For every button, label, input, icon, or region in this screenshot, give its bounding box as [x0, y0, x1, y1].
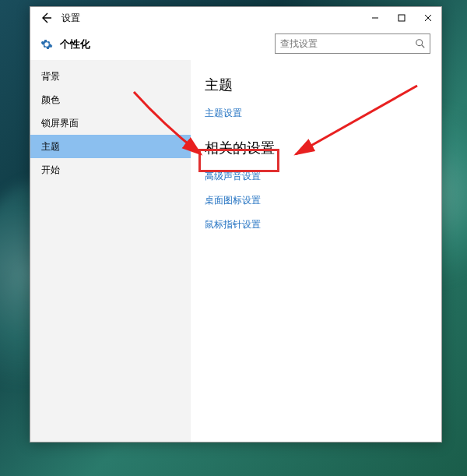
- link-theme-settings[interactable]: 主题设置: [205, 107, 242, 120]
- header: 个性化: [30, 29, 441, 60]
- sidebar-item-label: 背景: [41, 70, 60, 83]
- maximize-icon: [398, 14, 406, 22]
- back-button[interactable]: [37, 9, 55, 27]
- link-mouse-pointer[interactable]: 鼠标指针设置: [205, 218, 261, 231]
- minimize-button[interactable]: [362, 7, 388, 29]
- back-arrow-icon: [40, 12, 52, 24]
- sidebar-item-colors[interactable]: 颜色: [30, 88, 191, 111]
- close-icon: [424, 14, 432, 22]
- section-title-related: 相关的设置: [205, 139, 427, 157]
- titlebar: 设置: [30, 7, 441, 29]
- link-advanced-sound[interactable]: 高级声音设置: [205, 170, 261, 183]
- section-title-themes: 主题: [205, 76, 427, 94]
- maximize-button[interactable]: [388, 7, 415, 29]
- window-controls: [362, 7, 441, 29]
- sidebar-item-label: 主题: [41, 140, 60, 153]
- sidebar-item-label: 颜色: [41, 93, 60, 107]
- link-desktop-icons[interactable]: 桌面图标设置: [205, 194, 261, 207]
- svg-rect-0: [399, 15, 405, 21]
- page-heading: 个性化: [60, 37, 90, 51]
- gear-icon: [40, 37, 54, 51]
- minimize-icon: [371, 14, 379, 22]
- body: 背景 颜色 锁屏界面 主题 开始 主题 主题设置 相关的设置 高级声音设置 桌面…: [30, 60, 441, 442]
- sidebar-item-background[interactable]: 背景: [30, 65, 191, 88]
- sidebar-item-label: 开始: [41, 164, 60, 177]
- sidebar-item-label: 锁屏界面: [41, 117, 79, 130]
- window-title: 设置: [61, 12, 80, 25]
- svg-point-1: [416, 40, 423, 46]
- sidebar-item-themes[interactable]: 主题: [30, 135, 191, 158]
- search-icon[interactable]: [411, 34, 430, 53]
- sidebar-item-lockscreen[interactable]: 锁屏界面: [30, 111, 191, 135]
- close-button[interactable]: [415, 7, 441, 29]
- search-input[interactable]: [276, 34, 411, 53]
- sidebar-item-start[interactable]: 开始: [30, 158, 191, 182]
- search-box[interactable]: [275, 33, 430, 54]
- content: 主题 主题设置 相关的设置 高级声音设置 桌面图标设置 鼠标指针设置: [191, 60, 441, 442]
- settings-window: 设置 个性化 背景 颜色 锁屏界面: [30, 6, 442, 443]
- sidebar: 背景 颜色 锁屏界面 主题 开始: [30, 60, 191, 442]
